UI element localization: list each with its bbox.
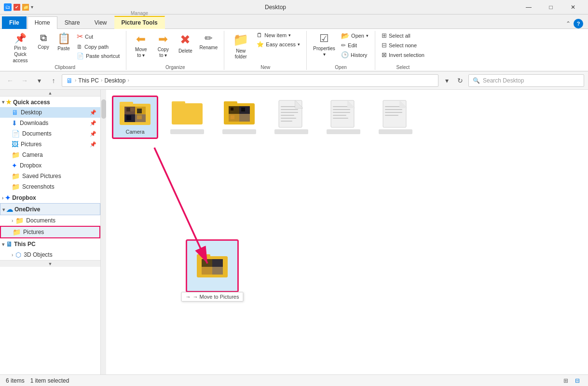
svg-rect-38	[333, 112, 350, 113]
paste-button[interactable]: 📋 Paste	[54, 31, 73, 60]
clipboard-small-btns: ✂ Cut 🗎 Copy path 📄 Paste shortcut	[74, 31, 122, 60]
up-button[interactable]: ↑	[47, 74, 60, 87]
sidebar-onedrive[interactable]: ▾ ☁ OneDrive	[0, 203, 100, 215]
sidebar-scroll-bottom[interactable]: ▼	[0, 260, 100, 267]
svg-rect-47	[385, 115, 398, 116]
svg-rect-10	[137, 109, 142, 113]
tab-file[interactable]: File	[2, 16, 27, 29]
open-group-content: ☑ Properties▾ 📂 Open ▾ ✏ Edit 🕒 History	[311, 31, 371, 64]
sidebar-this-pc[interactable]: ▾ 🖥 This PC	[0, 238, 100, 249]
sidebar-quick-access[interactable]: ▾ ★ Quick access	[0, 96, 100, 107]
tab-picture-tools[interactable]: Picture Tools	[114, 16, 165, 29]
tab-home[interactable]: Home	[27, 16, 57, 29]
easy-access-button[interactable]: ⭐ Easy access ▾	[254, 40, 302, 49]
breadcrumb-desktop[interactable]: Desktop	[104, 77, 125, 84]
new-item-icon: 🗒	[257, 32, 262, 39]
save-icon[interactable]: ✔	[14, 4, 20, 11]
scroll-up-arrow[interactable]: ▲	[0, 91, 100, 96]
quick-access-chevron: ▾	[2, 99, 4, 105]
new-folder-button[interactable]: 📁 Newfolder	[228, 31, 253, 60]
ribbon-panel: 📌 Pin to Quickaccess ⧉ Copy 📋 Paste ✂ Cu…	[0, 29, 588, 71]
move-to-button[interactable]: ⬅ Moveto ▾	[130, 31, 151, 60]
scroll-down-arrow[interactable]: ▼	[0, 262, 100, 266]
file-item-doc3[interactable]	[372, 96, 419, 139]
help-button[interactable]: ?	[574, 19, 583, 28]
onedrive-documents-label: Documents	[26, 217, 55, 224]
svg-rect-12	[137, 115, 142, 119]
rename-button[interactable]: ✏ Rename	[197, 31, 220, 60]
svg-rect-53	[202, 259, 212, 267]
new-small-btns: 🗒 New item ▾ ⭐ Easy access ▾	[254, 31, 302, 49]
camera-label-text: Camera	[125, 129, 144, 135]
invert-selection-button[interactable]: ⊠ Invert selection	[379, 50, 427, 59]
refresh-button[interactable]: ↻	[454, 74, 466, 87]
select-all-button[interactable]: ⊞ Select all	[379, 31, 427, 40]
address-dropdown-button[interactable]: ▾	[440, 74, 453, 87]
tab-view[interactable]: View	[87, 16, 114, 29]
file-item-camera[interactable]: Camera	[112, 96, 158, 139]
dropbox-label: Dropbox	[12, 194, 36, 201]
quick-access-label: Quick access	[13, 99, 50, 106]
this-pc-chevron: ▾	[2, 242, 4, 247]
camera-folder-graphic	[120, 100, 150, 127]
file-item-doc2[interactable]	[320, 96, 367, 139]
edit-button[interactable]: ✏ Edit	[339, 41, 371, 50]
file-item-folder3[interactable]	[216, 96, 262, 139]
back-button[interactable]: ←	[4, 74, 16, 87]
doc-svg-3	[382, 99, 409, 128]
sidebar-dropbox[interactable]: › ✦ Dropbox	[0, 192, 100, 203]
select-all-icon: ⊞	[382, 32, 387, 39]
sidebar-item-onedrive-documents[interactable]: › 📁 Documents	[0, 215, 100, 226]
sidebar-item-screenshots[interactable]: 📁 Screenshots	[0, 181, 100, 192]
folder-title-icon: 📁	[22, 4, 29, 11]
folder-svg-camera	[120, 100, 150, 127]
clipboard-group: 📌 Pin to Quickaccess ⧉ Copy 📋 Paste ✂ Cu…	[4, 31, 126, 70]
drag-ghost-folder-svg	[197, 252, 228, 279]
ribbon-collapse-btn[interactable]: ⌃	[566, 20, 571, 27]
pin-icon: 📌	[14, 32, 27, 44]
breadcrumb-thispc[interactable]: This PC	[78, 77, 99, 84]
sidebar-item-saved-pictures[interactable]: 📁 Saved Pictures	[0, 171, 100, 181]
properties-button[interactable]: ☑ Properties▾	[311, 31, 338, 60]
select-none-button[interactable]: ⊟ Select none	[379, 41, 427, 50]
sidebar-item-documents[interactable]: 📄 Documents 📌	[0, 128, 100, 139]
recent-locations-button[interactable]: ▾	[33, 74, 45, 87]
copy-to-button[interactable]: ➡ Copyto ▾	[152, 31, 174, 60]
sidebar-item-onedrive-pictures[interactable]: 📁 Pictures	[0, 226, 100, 238]
open-button[interactable]: 📂 Open ▾	[339, 31, 371, 41]
sidebar-item-camera[interactable]: 📁 Camera	[0, 150, 100, 160]
organize-group: ⬅ Moveto ▾ ➡ Copyto ▾ ✖ Delete ✏ Rename …	[126, 31, 224, 70]
new-item-button[interactable]: 🗒 New item ▾	[254, 31, 302, 40]
file-item-doc1[interactable]	[268, 96, 315, 139]
sidebar-item-pictures[interactable]: 🖼 Pictures 📌	[0, 139, 100, 150]
tab-share[interactable]: Share	[57, 16, 87, 29]
large-icons-view-button[interactable]: ⊟	[573, 376, 582, 386]
forward-button[interactable]: →	[18, 74, 31, 87]
sidebar-scrollbar-thumb[interactable]	[101, 99, 106, 119]
svg-rect-29	[281, 112, 298, 113]
svg-rect-19	[229, 106, 239, 114]
desktop-icon: 🖥	[12, 109, 18, 116]
doc1-label	[274, 129, 308, 134]
sidebar-item-desktop[interactable]: 🖥 Desktop 📌	[0, 107, 100, 118]
sidebar-item-3d-objects[interactable]: › ⬡ 3D Objects	[0, 249, 100, 260]
sidebar-scrollbar[interactable]	[100, 90, 106, 374]
pictures-icon: 🖼	[12, 140, 18, 148]
copy-button[interactable]: ⧉ Copy	[34, 31, 53, 60]
paste-label: Paste	[57, 46, 70, 52]
paste-shortcut-button[interactable]: 📄 Paste shortcut	[74, 52, 122, 60]
cut-button[interactable]: ✂ Cut	[74, 31, 122, 42]
select-label: Select	[379, 64, 427, 70]
file-item-folder2[interactable]	[164, 96, 210, 139]
sidebar-item-dropbox-quick[interactable]: ✦ Dropbox	[0, 160, 100, 171]
pin-quick-access-button[interactable]: 📌 Pin to Quickaccess	[8, 31, 33, 60]
drag-ghost: → → Move to Pictures	[186, 239, 239, 292]
copy-path-button[interactable]: 🗎 Copy path	[74, 42, 122, 51]
sidebar-item-downloads[interactable]: ⬇ Downloads 📌	[0, 118, 100, 128]
search-bar[interactable]: 🔍 Search Desktop	[468, 74, 584, 87]
details-view-button[interactable]: ⊞	[561, 376, 571, 386]
history-button[interactable]: 🕒 History	[339, 50, 371, 59]
delete-button[interactable]: ✖ Delete	[175, 31, 196, 60]
folder-svg-3	[224, 99, 255, 126]
sidebar-scroll-top[interactable]: ▲	[0, 90, 100, 96]
